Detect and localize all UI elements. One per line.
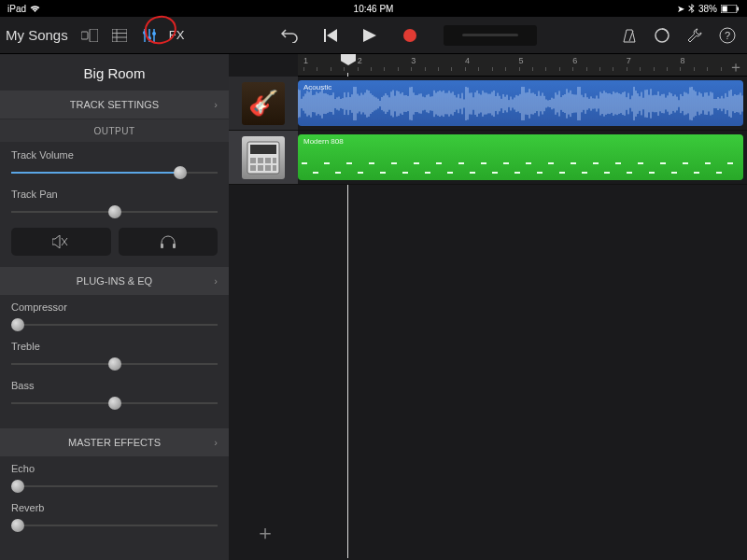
my-songs-button[interactable]: My Songs — [6, 27, 68, 43]
top-toolbar: My Songs FX — [0, 17, 747, 54]
svg-rect-23 — [161, 244, 163, 248]
drum-machine-icon — [242, 136, 285, 179]
go-to-start-icon[interactable] — [324, 29, 337, 42]
track-settings-header[interactable]: TRACK SETTINGS › — [0, 91, 229, 119]
track-volume-label: Track Volume — [11, 149, 218, 161]
playhead[interactable] — [341, 54, 356, 65]
svg-rect-15 — [324, 29, 326, 42]
clock: 10:46 PM — [354, 4, 394, 14]
svg-rect-268 — [258, 158, 263, 163]
battery-icon — [721, 5, 740, 13]
output-subheader: OUTPUT — [0, 119, 229, 142]
wifi-icon — [30, 5, 40, 13]
reverb-slider[interactable] — [11, 517, 218, 534]
svg-rect-3 — [81, 32, 88, 39]
fx-button[interactable]: FX — [169, 28, 185, 42]
compressor-slider[interactable] — [11, 316, 218, 333]
svg-rect-4 — [90, 29, 98, 42]
track-header-808[interactable] — [229, 131, 298, 184]
plugins-eq-header[interactable]: PLUG-INS & EQ › — [0, 267, 229, 295]
add-section-icon[interactable]: ＋ — [728, 58, 743, 77]
svg-point-14 — [152, 32, 156, 35]
svg-point-16 — [403, 29, 416, 42]
mute-button[interactable] — [11, 228, 111, 256]
track-controls-icon[interactable] — [139, 25, 160, 46]
svg-rect-5 — [112, 29, 127, 42]
drum-pattern — [298, 151, 743, 180]
view-grid-icon[interactable] — [79, 25, 100, 46]
audio-region-acoustic[interactable]: Acoustic — [298, 80, 743, 126]
device-label: iPad — [7, 4, 26, 14]
add-track-button[interactable]: ＋ — [255, 519, 275, 547]
chevron-right-icon: › — [214, 99, 218, 110]
track-pan-slider[interactable] — [11, 203, 218, 220]
treble-label: Treble — [11, 341, 218, 352]
arrangement-area: ＋ 12345678 🎸 Acoustic — [229, 54, 747, 560]
track-header-acoustic[interactable]: 🎸 — [229, 77, 298, 130]
bluetooth-icon — [688, 4, 695, 13]
echo-label: Echo — [11, 463, 218, 474]
metronome-icon[interactable] — [622, 28, 637, 43]
status-bar: iPad 10:46 PM ➤ 38% — [0, 0, 747, 17]
chevron-right-icon: › — [214, 275, 218, 287]
battery-percent: 38% — [698, 4, 717, 14]
master-effects-header[interactable]: MASTER EFFECTS › — [0, 428, 229, 456]
svg-text:?: ? — [725, 30, 730, 41]
track-row: 🎸 Acoustic — [229, 77, 747, 131]
svg-point-12 — [148, 36, 151, 40]
track-settings-sidebar: Big Room TRACK SETTINGS › OUTPUT Track V… — [0, 54, 229, 560]
svg-rect-273 — [265, 165, 271, 171]
svg-rect-274 — [273, 165, 276, 171]
echo-slider[interactable] — [11, 478, 218, 495]
bass-label: Bass — [11, 380, 218, 391]
track-volume-slider[interactable] — [11, 164, 218, 181]
loop-browser-icon[interactable] — [654, 27, 670, 44]
treble-slider[interactable] — [11, 356, 218, 372]
timeline-ruler[interactable]: ＋ 12345678 — [298, 54, 747, 77]
lcd-display[interactable] — [444, 25, 537, 46]
bass-slider[interactable] — [11, 395, 218, 412]
solo-headphones-button[interactable] — [119, 228, 218, 256]
svg-rect-269 — [265, 158, 271, 163]
svg-rect-1 — [723, 6, 727, 11]
reverb-label: Reverb — [11, 502, 218, 513]
location-icon: ➤ — [677, 4, 684, 14]
svg-rect-271 — [250, 165, 256, 171]
undo-icon[interactable] — [281, 28, 298, 43]
guitar-icon: 🎸 — [242, 82, 285, 125]
svg-rect-267 — [250, 158, 256, 163]
play-icon[interactable] — [363, 29, 376, 42]
svg-rect-24 — [173, 244, 176, 248]
mute-icon — [52, 235, 69, 248]
track-row: Modern 808 — [229, 131, 747, 185]
svg-line-17 — [629, 31, 633, 41]
track-pan-label: Track Pan — [11, 189, 218, 200]
help-icon[interactable]: ? — [719, 27, 736, 44]
settings-wrench-icon[interactable] — [687, 28, 702, 43]
svg-rect-266 — [250, 145, 276, 154]
svg-rect-2 — [738, 7, 740, 10]
song-title: Big Room — [0, 54, 229, 91]
svg-point-10 — [143, 31, 147, 35]
tracks-view-icon[interactable] — [109, 25, 130, 46]
svg-rect-270 — [273, 158, 276, 163]
headphones-icon — [160, 235, 176, 248]
midi-region-808[interactable]: Modern 808 — [298, 134, 743, 180]
chevron-right-icon: › — [214, 437, 218, 448]
compressor-label: Compressor — [11, 301, 218, 313]
record-icon[interactable] — [402, 28, 417, 43]
waveform — [298, 87, 743, 120]
svg-rect-272 — [258, 165, 263, 171]
